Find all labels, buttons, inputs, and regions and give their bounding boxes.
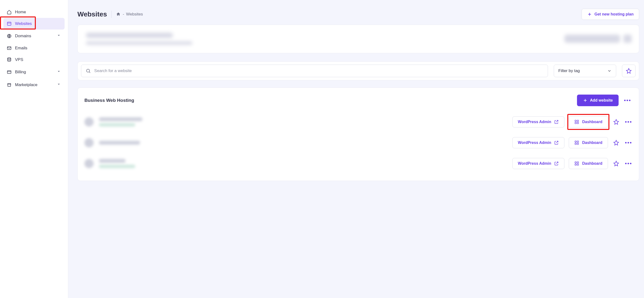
button-label: Dashboard xyxy=(582,120,602,124)
site-favicon xyxy=(84,138,94,147)
favorite-toggle[interactable] xyxy=(612,160,620,168)
globe-icon xyxy=(7,34,12,38)
svg-point-6 xyxy=(624,100,626,101)
chevron-down-icon xyxy=(56,69,61,75)
sidebar-item-home[interactable]: Home xyxy=(4,6,64,18)
button-label: Add website xyxy=(590,98,613,102)
add-website-button[interactable]: Add website xyxy=(577,94,618,106)
dashboard-button[interactable]: Dashboard xyxy=(569,137,608,148)
external-link-icon xyxy=(554,120,559,124)
svg-rect-25 xyxy=(575,164,576,166)
svg-rect-9 xyxy=(575,120,576,122)
sidebar-item-domains[interactable]: Domains xyxy=(4,30,64,42)
breadcrumb-sep: - xyxy=(123,12,124,17)
sidebar-item-label: VPS xyxy=(15,57,23,62)
website-row-menu[interactable] xyxy=(624,139,632,146)
sidebar-item-emails[interactable]: Emails xyxy=(4,42,64,54)
site-favicon xyxy=(84,159,94,168)
blurred-text xyxy=(86,41,192,45)
page-header: Websites - Websites Get new hosting plan xyxy=(78,9,639,20)
home-icon xyxy=(7,10,12,14)
svg-rect-0 xyxy=(8,22,11,25)
star-icon xyxy=(613,140,619,146)
button-label: Get new hosting plan xyxy=(594,12,634,16)
svg-point-8 xyxy=(629,100,630,101)
website-row: WordPress Admin Dashboard xyxy=(84,153,632,174)
blurred-site-status xyxy=(99,165,135,168)
blurred-square xyxy=(624,34,632,43)
svg-point-14 xyxy=(628,121,629,123)
sidebar-item-marketplace[interactable]: Marketplace xyxy=(4,78,64,91)
wordpress-admin-button[interactable]: WordPress Admin xyxy=(512,116,565,128)
svg-point-27 xyxy=(625,163,626,164)
hosting-plan-title: Business Web Hosting xyxy=(84,98,134,103)
sidebar: Home Websites Domains Emails VPS Billing xyxy=(0,0,68,298)
header-separator xyxy=(111,11,112,18)
sidebar-item-websites[interactable]: Websites xyxy=(4,18,64,30)
svg-rect-11 xyxy=(575,122,576,124)
search-input-wrap[interactable] xyxy=(81,64,548,77)
svg-rect-19 xyxy=(577,143,579,145)
button-label: WordPress Admin xyxy=(518,120,551,124)
search-input[interactable] xyxy=(94,68,543,73)
website-row-menu[interactable] xyxy=(624,160,632,168)
grid-icon xyxy=(574,140,579,145)
breadcrumb-current: Websites xyxy=(126,12,143,17)
promo-banner xyxy=(78,25,639,53)
get-new-hosting-button[interactable]: Get new hosting plan xyxy=(582,9,639,20)
svg-point-28 xyxy=(628,163,629,164)
external-link-icon xyxy=(554,140,559,145)
window-icon xyxy=(7,21,12,26)
svg-rect-17 xyxy=(577,141,579,142)
sidebar-item-label: Billing xyxy=(15,70,26,74)
select-label: Filter by tag xyxy=(558,68,580,73)
svg-point-20 xyxy=(625,142,626,144)
website-row-menu[interactable] xyxy=(624,118,632,126)
svg-point-15 xyxy=(630,121,632,123)
external-link-icon xyxy=(554,161,559,166)
main-content: Websites - Websites Get new hosting plan xyxy=(68,0,644,298)
blurred-site-name xyxy=(99,117,142,121)
chevron-down-icon xyxy=(607,69,612,73)
chevron-down-icon xyxy=(56,33,61,39)
favorite-toggle[interactable] xyxy=(612,118,620,126)
svg-rect-26 xyxy=(577,164,579,166)
button-label: Dashboard xyxy=(582,161,602,166)
store-icon xyxy=(7,82,12,87)
star-icon xyxy=(626,68,632,74)
wordpress-admin-button[interactable]: WordPress Admin xyxy=(512,158,565,169)
wordpress-admin-button[interactable]: WordPress Admin xyxy=(512,137,565,148)
grid-icon xyxy=(574,120,579,124)
grid-icon xyxy=(574,161,579,166)
svg-point-7 xyxy=(626,100,628,101)
filter-row: Filter by tag xyxy=(78,62,639,80)
svg-point-5 xyxy=(86,69,90,72)
dots-horizontal-icon xyxy=(624,100,630,101)
credit-card-icon xyxy=(7,70,12,74)
database-icon xyxy=(7,57,12,62)
home-icon[interactable] xyxy=(116,12,121,17)
svg-rect-4 xyxy=(8,71,11,74)
sidebar-item-label: Websites xyxy=(15,21,32,26)
svg-point-21 xyxy=(628,142,629,144)
star-icon xyxy=(613,119,619,125)
favorite-toggle[interactable] xyxy=(612,139,620,146)
favorites-filter-button[interactable] xyxy=(622,64,636,77)
star-icon xyxy=(613,160,619,166)
sidebar-item-vps[interactable]: VPS xyxy=(4,54,64,66)
sidebar-item-label: Domains xyxy=(15,34,31,38)
dashboard-button[interactable]: Dashboard xyxy=(569,116,608,128)
svg-point-13 xyxy=(625,121,626,123)
blurred-site-status xyxy=(99,123,135,126)
svg-point-3 xyxy=(8,58,11,59)
filter-by-tag-select[interactable]: Filter by tag xyxy=(554,64,616,77)
hosting-plan-menu[interactable] xyxy=(622,96,632,105)
sidebar-item-billing[interactable]: Billing xyxy=(4,66,64,78)
breadcrumb: - Websites xyxy=(116,12,143,17)
dashboard-button[interactable]: Dashboard xyxy=(569,158,608,169)
sidebar-item-label: Marketplace xyxy=(15,82,38,87)
svg-rect-24 xyxy=(577,162,579,163)
dots-horizontal-icon xyxy=(625,163,632,164)
svg-rect-12 xyxy=(577,122,579,124)
blurred-site-name xyxy=(99,159,126,163)
